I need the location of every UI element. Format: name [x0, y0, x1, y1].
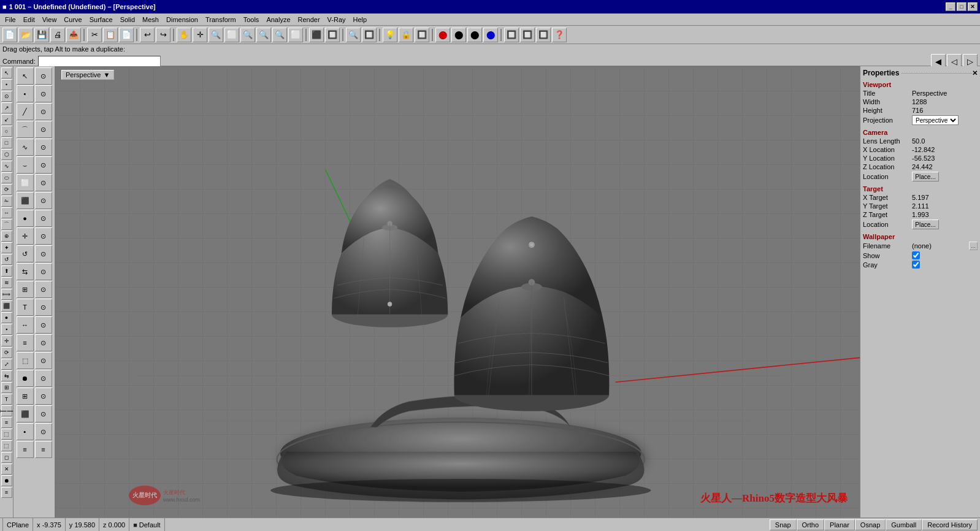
- tb-viewport-config[interactable]: ⬛: [309, 28, 324, 42]
- tb-print[interactable]: 🖨: [50, 28, 65, 42]
- lt2-hatch-a[interactable]: ≡: [17, 334, 34, 351]
- lt2-surface-b[interactable]: ⊙: [35, 174, 52, 191]
- maximize-button[interactable]: □: [957, 2, 967, 11]
- lt-dim[interactable]: ⟵⟶: [1, 405, 12, 416]
- menu-render[interactable]: Render: [294, 15, 324, 25]
- lt2-text-b[interactable]: ⊙: [35, 299, 52, 316]
- lt2-dim-b[interactable]: ⊙: [35, 316, 52, 334]
- tb-view-grid[interactable]: ⬜: [288, 28, 303, 42]
- tb-help[interactable]: ❓: [552, 28, 567, 42]
- tb-copy[interactable]: 📋: [103, 28, 118, 42]
- lt2-record-b[interactable]: ⊙: [35, 370, 52, 387]
- tb-snap-arrow[interactable]: 🔲: [504, 28, 519, 42]
- lt-rotate3d[interactable]: ⟳: [1, 347, 12, 358]
- lt2-rotate-a[interactable]: ↺: [17, 245, 34, 262]
- menu-curve[interactable]: Curve: [60, 15, 85, 25]
- lt2-sphere-b[interactable]: ⊙: [35, 210, 52, 227]
- lt2-grid-b[interactable]: ⊙: [35, 352, 52, 369]
- lt2-text-a[interactable]: T: [17, 299, 34, 316]
- lt-circle[interactable]: ○: [1, 126, 12, 137]
- lt-move[interactable]: ✛: [1, 335, 12, 346]
- tb-layers[interactable]: 🔲: [415, 28, 429, 42]
- lt2-record-a[interactable]: ⏺: [17, 370, 34, 387]
- lt2-extra3-b[interactable]: ⊙: [35, 423, 52, 440]
- lt2-mirror-a[interactable]: ⇆: [17, 263, 34, 280]
- tb-open[interactable]: 📂: [18, 28, 33, 42]
- menu-transform[interactable]: Transform: [202, 15, 240, 25]
- title-bar-buttons[interactable]: _ □ ✕: [946, 2, 978, 11]
- lt2-extra-b[interactable]: ⊙: [35, 388, 52, 405]
- lt-arc[interactable]: ↙: [1, 114, 12, 125]
- lt-ungroup[interactable]: ⬚: [1, 440, 12, 451]
- menu-solid[interactable]: Solid: [117, 15, 139, 25]
- lt2-move-b[interactable]: ⊙: [35, 227, 52, 245]
- status-record-btn[interactable]: Record History: [922, 519, 978, 530]
- lt2-move-a[interactable]: ✛: [17, 227, 34, 245]
- tb-lights[interactable]: 💡: [383, 28, 397, 42]
- tb-rotate[interactable]: 🔲: [362, 28, 377, 42]
- rp-cam-place-button[interactable]: Place...: [912, 172, 939, 181]
- lt-solid[interactable]: ⬛: [1, 300, 12, 311]
- lt-explode[interactable]: ✦: [1, 242, 12, 253]
- tb-material-red[interactable]: ⬤: [435, 28, 450, 42]
- lt-fillet[interactable]: ⌒: [1, 219, 12, 230]
- viewport-label[interactable]: Perspective ▼: [61, 70, 114, 80]
- rp-show-checkbox[interactable]: [912, 251, 920, 259]
- lt2-extra3-a[interactable]: ▪: [17, 423, 34, 440]
- lt2-extra4-b[interactable]: ≡: [35, 441, 52, 458]
- lt-extend[interactable]: ↔: [1, 207, 12, 218]
- lt-trim[interactable]: ✁: [1, 196, 12, 207]
- close-button[interactable]: ✕: [968, 2, 978, 11]
- tb-zoom-in[interactable]: 🔍: [240, 28, 255, 42]
- lt2-extra4-a[interactable]: ≡: [17, 441, 34, 458]
- rp-filename-btn[interactable]: …: [969, 242, 978, 250]
- lt-array[interactable]: ⊞: [1, 382, 12, 393]
- lt2-grid-a[interactable]: ⬚: [17, 352, 34, 369]
- menu-tools[interactable]: Tools: [240, 15, 263, 25]
- menu-help[interactable]: Help: [350, 15, 371, 25]
- lt2-nurbs-b[interactable]: ⊙: [35, 139, 52, 156]
- tb-new[interactable]: 📄: [2, 28, 17, 42]
- lt2-dim-a[interactable]: ↔: [17, 316, 34, 334]
- menu-analyze[interactable]: Analyze: [262, 15, 294, 25]
- tb-snap-grid[interactable]: 🔲: [520, 28, 535, 42]
- lt-freeform[interactable]: ∿: [1, 161, 12, 172]
- lt-rect[interactable]: □: [1, 137, 12, 148]
- lt2-line-a[interactable]: ╱: [17, 103, 34, 120]
- lt-offset[interactable]: ⟳: [1, 184, 12, 195]
- tb-transform[interactable]: 🔲: [536, 28, 551, 42]
- lt2-select-all[interactable]: ↖: [17, 67, 34, 85]
- lt-poly[interactable]: ⬡: [1, 149, 12, 160]
- status-planar-btn[interactable]: Planar: [824, 519, 855, 530]
- lt-loft[interactable]: ≋: [1, 277, 12, 288]
- lt-join[interactable]: ⊕: [1, 231, 12, 242]
- tb-redo[interactable]: ↪: [156, 28, 170, 42]
- tb-zoom-target[interactable]: 🔍: [346, 28, 361, 42]
- lt-mirror[interactable]: ⇆: [1, 370, 12, 381]
- rp-projection-dropdown[interactable]: Perspective Parallel Two-Point Perspecti…: [912, 115, 959, 125]
- lt-hatch[interactable]: ≡: [1, 417, 12, 428]
- lt-group[interactable]: ⬚: [1, 429, 12, 440]
- lt2-select-window[interactable]: ⊙: [35, 67, 52, 85]
- menu-mesh[interactable]: Mesh: [139, 15, 163, 25]
- lt2-solid-a[interactable]: ⬛: [17, 192, 34, 209]
- tb-export[interactable]: 📤: [66, 28, 81, 42]
- lt2-solid-b[interactable]: ⊙: [35, 192, 52, 209]
- lt-sweep[interactable]: ⟾: [1, 289, 12, 300]
- lt2-arc-a[interactable]: ⌒: [17, 121, 34, 138]
- tb-zoom-extents-all[interactable]: 🔍: [272, 28, 287, 42]
- lt2-sphere-a[interactable]: ●: [17, 210, 34, 227]
- menu-dimension[interactable]: Dimension: [163, 15, 202, 25]
- lt-line[interactable]: ↗: [1, 102, 12, 113]
- rp-target-place-button[interactable]: Place...: [912, 220, 939, 229]
- status-gumball-btn[interactable]: Gumball: [886, 519, 922, 530]
- tb-move[interactable]: ✛: [193, 28, 207, 42]
- lt-hide[interactable]: ◻: [1, 452, 12, 463]
- tb-rendered-view[interactable]: 🔲: [325, 28, 340, 42]
- lt-text[interactable]: T: [1, 394, 12, 405]
- tb-save[interactable]: 💾: [34, 28, 49, 42]
- status-osnap-btn[interactable]: Osnap: [855, 519, 886, 530]
- tb-cut[interactable]: ✂: [87, 28, 102, 42]
- minimize-button[interactable]: _: [946, 2, 955, 11]
- tb-lock[interactable]: 🔒: [399, 28, 413, 42]
